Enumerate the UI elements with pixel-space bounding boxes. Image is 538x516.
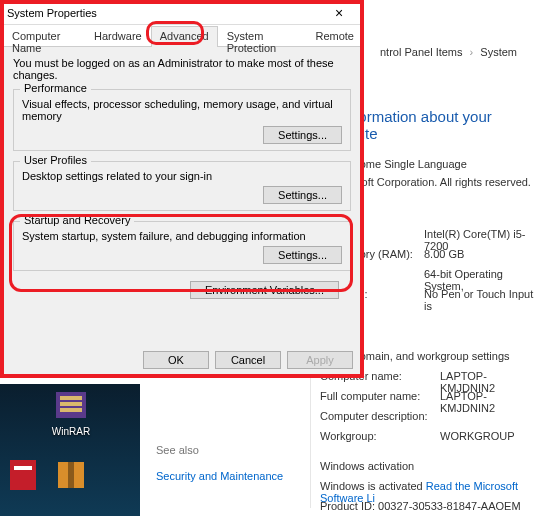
workgroup-label: Workgroup: (320, 430, 377, 442)
workgroup-value: WORKGROUP (440, 430, 515, 442)
apply-button[interactable]: Apply (287, 351, 353, 369)
system-properties-dialog: System Properties × Computer Name Hardwa… (0, 0, 364, 378)
startup-settings-button[interactable]: Settings... (263, 246, 342, 264)
dialog-buttons: OK Cancel Apply (143, 351, 353, 369)
see-also-heading: See also (156, 444, 310, 456)
full-computer-name-label: Full computer name: (320, 390, 420, 402)
group-legend: User Profiles (20, 154, 91, 166)
group-legend: Performance (20, 82, 91, 94)
close-icon[interactable]: × (321, 3, 357, 23)
group-desc: System startup, system failure, and debu… (22, 230, 342, 242)
section-activation: Windows activation (320, 460, 414, 472)
memory-value: 8.00 GB (424, 248, 464, 260)
group-performance: Performance Visual effects, processor sc… (13, 89, 351, 151)
cancel-button[interactable]: Cancel (215, 351, 281, 369)
group-desc: Visual effects, processor scheduling, me… (22, 98, 342, 122)
archive-icon (52, 456, 90, 494)
winrar-icon (52, 386, 90, 424)
environment-variables-button[interactable]: Environment Variables... (190, 281, 339, 299)
security-maintenance-link[interactable]: Security and Maintenance (156, 470, 310, 482)
desktop-icon-pdf[interactable] (0, 456, 46, 512)
tab-remote[interactable]: Remote (306, 26, 363, 47)
user-profiles-settings-button[interactable]: Settings... (263, 186, 342, 204)
chevron-right-icon: › (470, 46, 474, 58)
desktop-icon-label: WinRAR (48, 426, 94, 437)
titlebar[interactable]: System Properties × (1, 1, 363, 25)
desktop-icon-archive[interactable] (48, 456, 94, 512)
product-id: Product ID: 00327-30533-81847-AAOEM (320, 500, 521, 512)
performance-settings-button[interactable]: Settings... (263, 126, 342, 144)
tab-hardware[interactable]: Hardware (85, 26, 151, 47)
desktop-icon-winrar[interactable]: WinRAR (48, 386, 94, 442)
pdf-icon (4, 456, 42, 494)
tab-strip: Computer Name Hardware Advanced System P… (1, 25, 363, 47)
activated-text: Windows is activated (320, 480, 426, 492)
group-startup-recovery: Startup and Recovery System startup, sys… (13, 221, 351, 271)
svg-rect-6 (68, 462, 74, 488)
touch-value: No Pen or Touch Input is (424, 288, 538, 312)
computer-desc-label: Computer description: (320, 410, 428, 422)
tab-advanced[interactable]: Advanced (151, 26, 218, 47)
svg-rect-4 (10, 460, 36, 490)
group-legend: Startup and Recovery (20, 214, 134, 226)
full-computer-name-value: LAPTOP-KMJDNIN2 (440, 390, 538, 414)
see-also-section: See also Security and Maintenance (156, 444, 310, 482)
group-desc: Desktop settings related to your sign-in (22, 170, 342, 182)
tab-computer-name[interactable]: Computer Name (3, 26, 85, 47)
svg-rect-2 (60, 402, 82, 406)
breadcrumb-part[interactable]: System (480, 46, 517, 58)
ok-button[interactable]: OK (143, 351, 209, 369)
svg-rect-3 (60, 408, 82, 412)
desktop-area[interactable]: WinRAR (0, 384, 140, 516)
group-user-profiles: User Profiles Desktop settings related t… (13, 161, 351, 211)
svg-rect-1 (60, 396, 82, 400)
breadcrumb[interactable]: ntrol Panel Items › System (380, 46, 517, 58)
breadcrumb-part[interactable]: ntrol Panel Items (380, 46, 463, 58)
tab-system-protection[interactable]: System Protection (218, 26, 307, 47)
window-title: System Properties (7, 7, 321, 19)
intro-text: You must be logged on as an Administrato… (13, 57, 351, 81)
dialog-content: You must be logged on as an Administrato… (1, 47, 363, 309)
